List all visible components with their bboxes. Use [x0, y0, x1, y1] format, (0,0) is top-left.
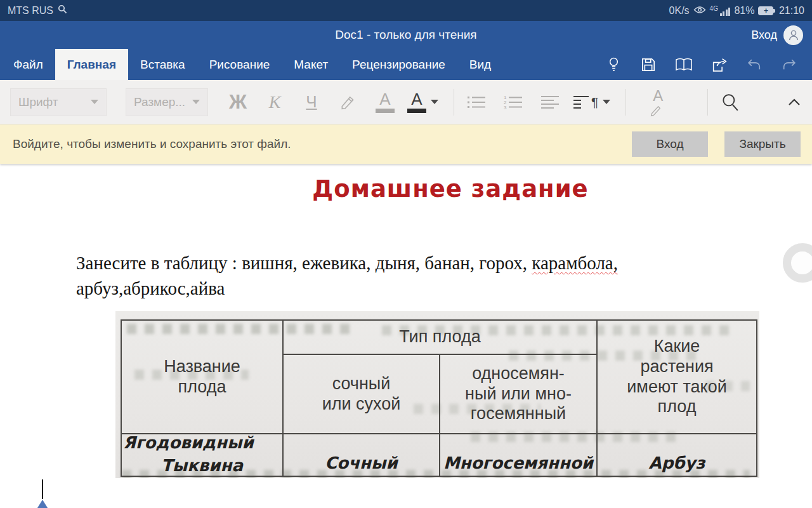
title-bar: Doc1 - только для чтения Вход	[0, 21, 812, 49]
italic-button[interactable]: К	[260, 87, 289, 117]
font-color-swatch	[407, 109, 426, 113]
header-fruit-type: Тип плода	[283, 320, 597, 354]
paragraph-text-line2: арбуз,абрикос,айва	[76, 278, 225, 298]
bold-button[interactable]: Ж	[223, 87, 252, 117]
sign-in-label[interactable]: Вход	[751, 29, 777, 42]
chevron-down-icon	[603, 100, 610, 104]
document-title: Doc1 - только для чтения	[0, 21, 812, 49]
header-juicy-or-dry: сочный или сухой	[283, 354, 440, 434]
brush-icon	[649, 105, 663, 117]
battery-icon: +	[758, 6, 775, 15]
paragraph-text: Занесите в таблицу : вишня, ежевика, дын…	[76, 253, 532, 273]
status-bar: MTS RUS 0K/s 4G 81% +	[0, 0, 812, 21]
underline-button[interactable]: Ч	[297, 87, 326, 117]
chevron-down-icon	[91, 100, 98, 104]
cell-seeds: Многосемянной	[440, 434, 597, 476]
formatting-toolbar: Шрифт Размер... Ж К Ч А А	[0, 80, 812, 124]
banner-message: Войдите, чтобы изменить и сохранить этот…	[13, 137, 291, 151]
tab-insert[interactable]: Вставка	[128, 49, 197, 80]
sign-in-banner: Войдите, чтобы изменить и сохранить этот…	[0, 124, 812, 164]
toolbar-divider	[625, 89, 626, 116]
format-painter-button[interactable]: А	[634, 87, 663, 117]
avatar-icon[interactable]	[783, 25, 803, 45]
font-name-dropdown[interactable]: Шрифт	[10, 88, 107, 116]
redo-icon[interactable]	[781, 58, 797, 72]
tab-layout[interactable]: Макет	[282, 49, 340, 80]
carrier-label: MTS RUS	[8, 5, 53, 17]
numbered-list-icon[interactable]: 1 2 3	[499, 87, 528, 117]
clock-label: 21:10	[779, 5, 804, 17]
text-selection-handle[interactable]	[33, 500, 52, 508]
tab-draw[interactable]: Рисование	[197, 49, 282, 80]
cell-fruit-name: Ягодовидный Тыквина	[121, 434, 283, 476]
banner-sign-in-button[interactable]: Вход	[632, 131, 708, 157]
paragraph-formatting-button[interactable]: ¶	[572, 87, 610, 117]
toolbar-divider	[454, 89, 454, 116]
search-icon[interactable]	[716, 87, 745, 117]
highlight-color-swatch	[376, 109, 395, 113]
header-which-plants: Какие растения имеют такой плод	[597, 320, 757, 434]
text-highlight-color-button[interactable]: А	[370, 87, 400, 117]
cell-plants: Арбуз	[597, 434, 757, 476]
ribbon-tab-bar: Файл Главная Вставка Рисование Макет Рец…	[0, 49, 812, 80]
text-cursor	[42, 479, 43, 499]
cell-juicy: Сочный	[283, 434, 440, 476]
toolbar-divider	[707, 89, 708, 116]
fruit-types-table: Название плода Тип плода Какие растения …	[121, 319, 757, 477]
collapse-ribbon-chevron-icon[interactable]	[787, 87, 802, 117]
battery-percent-label: 81%	[734, 5, 754, 17]
share-icon[interactable]	[711, 57, 728, 73]
status-search-icon	[58, 4, 67, 17]
read-mode-book-icon[interactable]	[675, 57, 693, 72]
net-speed-label: 0K/s	[669, 5, 690, 17]
pilcrow-icon: ¶	[591, 95, 598, 109]
misspelled-word: карамбола,	[532, 253, 618, 273]
sign-in-control[interactable]: Вход	[751, 21, 803, 49]
doc-paragraph: Занесите в таблицу : вишня, ежевика, дын…	[76, 250, 707, 301]
scanned-table-image[interactable]: Название плода Тип плода Какие растения …	[115, 311, 759, 478]
undo-icon[interactable]	[747, 58, 763, 72]
tab-file[interactable]: Файл	[1, 49, 55, 80]
doc-heading: Домашнее задание	[312, 175, 588, 203]
svg-text:3: 3	[504, 105, 507, 110]
scroll-indicator-ring	[783, 243, 812, 283]
highlighter-pen-icon[interactable]	[334, 87, 363, 117]
chevron-down-icon	[192, 100, 200, 104]
banner-close-button[interactable]: Закрыть	[724, 131, 801, 157]
header-fruit-name: Название плода	[121, 320, 283, 434]
tab-view[interactable]: Вид	[457, 49, 503, 80]
bulleted-list-icon[interactable]	[462, 87, 491, 117]
font-size-value: Размер...	[134, 95, 185, 109]
tell-me-lightbulb-icon[interactable]	[606, 56, 622, 73]
font-name-value: Шрифт	[18, 95, 58, 109]
signal-4g-icon: 4G	[710, 6, 731, 16]
align-lines-icon[interactable]	[535, 87, 565, 117]
save-icon[interactable]	[640, 57, 657, 73]
word-mobile-app: MTS RUS 0K/s 4G 81% +	[0, 0, 812, 508]
tab-home[interactable]: Главная	[55, 49, 128, 80]
font-size-dropdown[interactable]: Размер...	[126, 88, 208, 116]
font-color-button[interactable]: А	[407, 87, 438, 117]
header-single-or-multi-seed: односемян- ный или мно- госемянный	[440, 354, 597, 434]
tab-review[interactable]: Рецензирование	[340, 49, 457, 80]
document-canvas[interactable]: Домашнее задание Занесите в таблицу : ви…	[0, 164, 812, 508]
data-saver-eye-icon	[693, 5, 706, 17]
chevron-down-icon	[431, 100, 438, 104]
